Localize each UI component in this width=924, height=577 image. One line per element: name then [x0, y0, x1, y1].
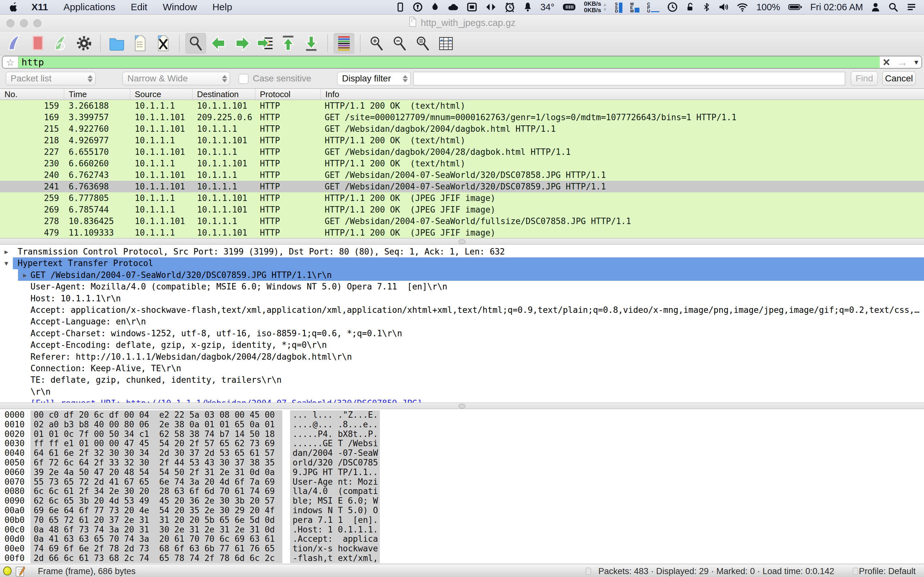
flame-icon[interactable]: [431, 2, 439, 13]
detail-line-user-agent[interactable]: User-Agent: Mozilla/4.0 (compatible; MSI…: [0, 281, 924, 292]
hex-row[interactable]: 00d00a 41 63 63 65 70 74 3a 20 61 70 70 …: [0, 534, 924, 544]
meter-icon[interactable]: [562, 2, 576, 13]
detail-line-full-request-uri[interactable]: [Full request URI: http://10.1.1.1/Websi…: [0, 398, 924, 403]
display-icon[interactable]: [395, 2, 405, 13]
detail-line-http-selected[interactable]: ▼Hypertext Transfer Protocol: [0, 258, 924, 269]
search-scope-dropdown[interactable]: Packet list: [6, 72, 95, 85]
menu-item-edit[interactable]: Edit: [123, 2, 155, 13]
detail-line-accept[interactable]: Accept: application/x-shockwave-flash,te…: [0, 304, 924, 316]
display-filter-input[interactable]: [18, 56, 880, 68]
column-header-info[interactable]: Info: [321, 89, 924, 100]
find-packet-button[interactable]: [186, 33, 206, 53]
column-header-time[interactable]: Time: [64, 89, 130, 100]
capture-stop-button[interactable]: [27, 33, 48, 53]
packet-row[interactable]: 47911.10933310.1.1.110.1.1.101HTTPHTTP/1…: [0, 227, 924, 239]
temperature-status[interactable]: 34°: [540, 2, 554, 13]
speaker-icon[interactable]: [718, 2, 729, 13]
wifi-icon[interactable]: [736, 2, 748, 13]
time-machine-icon[interactable]: [667, 2, 678, 13]
alarm-clock-icon[interactable]: [504, 2, 515, 13]
detail-line-connection[interactable]: Connection: Keep-Alive, TE\r\n: [0, 363, 924, 374]
column-header-destination[interactable]: Destination: [192, 89, 255, 100]
colorize-button[interactable]: [334, 33, 354, 53]
notification-center-icon[interactable]: [906, 2, 917, 13]
go-to-packet-button[interactable]: [255, 33, 275, 53]
zoom-window-button[interactable]: [33, 19, 41, 27]
packet-row[interactable]: 1693.39975710.1.1.101209.225.0.6HTTPGET …: [0, 111, 924, 123]
zoom-out-button[interactable]: [389, 33, 410, 53]
keyhole-icon[interactable]: [413, 2, 423, 13]
splitter-handle-icon[interactable]: [459, 404, 465, 408]
hex-row[interactable]: 001002 a0 b3 b8 40 00 80 06 2e 38 0a 01 …: [0, 420, 924, 430]
hex-row[interactable]: 007055 73 65 72 2d 41 67 65 6e 74 3a 20 …: [0, 477, 924, 487]
packet-row[interactable]: 27810.83642510.1.1.10110.1.1.1HTTPGET /W…: [0, 215, 924, 227]
mem-monitor[interactable]: M E M: [630, 1, 640, 13]
filter-dropdown-icon[interactable]: ▾: [914, 58, 918, 67]
network-speed-monitor[interactable]: 0KB/s 0KB/s ▲▼: [584, 1, 607, 13]
hex-row[interactable]: 000000 c0 df 20 6c df 00 04 e2 22 5a 03 …: [0, 410, 924, 420]
expert-info-icon[interactable]: [3, 566, 11, 575]
packet-row[interactable]: 2596.77780510.1.1.110.1.1.101HTTPHTTP/1.…: [0, 192, 924, 204]
column-header-protocol[interactable]: Protocol: [255, 89, 321, 100]
close-window-button[interactable]: [6, 19, 15, 27]
detail-line-te[interactable]: TE: deflate, gzip, chunked, identity, tr…: [0, 374, 924, 386]
column-header-source[interactable]: Source: [130, 89, 192, 100]
go-back-button[interactable]: [208, 33, 229, 53]
menu-bar-clock[interactable]: Fri 02:06 AM: [811, 2, 863, 13]
bell-icon[interactable]: [523, 2, 533, 13]
detail-line-request-selected[interactable]: ▶GET /Websidan/2004-07-SeaWorld/320/DSC0…: [0, 269, 924, 281]
ssd-monitor[interactable]: S S D: [615, 1, 622, 13]
hex-row[interactable]: 00e074 69 6f 6e 2f 78 2d 73 68 6f 63 6b …: [0, 544, 924, 554]
loop-icon[interactable]: [485, 2, 497, 13]
hex-row[interactable]: 00a069 6e 64 6f 77 73 20 4e 54 20 35 2e …: [0, 506, 924, 516]
capture-restart-button[interactable]: [51, 33, 71, 53]
hex-row[interactable]: 00806c 6c 61 2f 34 2e 30 20 28 63 6f 6d …: [0, 487, 924, 496]
detail-line-accept-encoding[interactable]: Accept-Encoding: deflate, gzip, x-gzip, …: [0, 339, 924, 351]
expander-expanded-icon[interactable]: ▼: [5, 258, 8, 269]
pane-splitter[interactable]: [0, 403, 924, 409]
detail-line-accept-language[interactable]: Accept-Language: en\r\n: [0, 316, 924, 327]
spotlight-search-icon[interactable]: [888, 2, 898, 13]
packet-row[interactable]: 2184.92697710.1.1.110.1.1.101HTTPHTTP/1.…: [0, 135, 924, 146]
filter-apply-icon[interactable]: →: [897, 56, 908, 68]
detail-line-host[interactable]: Host: 10.1.1.1\r\n: [0, 293, 924, 304]
lock-open-icon[interactable]: [686, 2, 695, 13]
packet-row[interactable]: 2406.76274310.1.1.10110.1.1.1HTTPGET /We…: [0, 169, 924, 181]
packet-row[interactable]: 2276.65517010.1.1.10110.1.1.1HTTPGET /We…: [0, 146, 924, 158]
menu-item-help[interactable]: Help: [205, 2, 240, 13]
splitter-handle-icon[interactable]: [459, 239, 465, 244]
menu-item-applications[interactable]: Applications: [56, 2, 123, 13]
cancel-button[interactable]: Cancel: [882, 71, 916, 85]
zoom-reset-button[interactable]: [413, 33, 433, 53]
bluetooth-icon[interactable]: [702, 2, 711, 13]
packet-row[interactable]: 2154.92276010.1.1.10110.1.1.1HTTPGET /We…: [0, 123, 924, 135]
close-file-button[interactable]: [153, 33, 173, 53]
find-query-input[interactable]: [413, 72, 845, 85]
packet-row[interactable]: 2696.78574410.1.1.110.1.1.101HTTPHTTP/1.…: [0, 204, 924, 215]
packet-row-selected[interactable]: 2416.76369810.1.1.10110.1.1.1HTTPGET /We…: [0, 181, 924, 192]
hex-row[interactable]: 0030ff ff e1 01 00 00 47 45 54 20 2f 57 …: [0, 439, 924, 448]
hex-row[interactable]: 00b070 65 72 61 20 37 2e 31 31 20 20 5b …: [0, 516, 924, 525]
go-last-button[interactable]: [301, 33, 321, 53]
capture-options-button[interactable]: [74, 33, 94, 53]
resize-columns-button[interactable]: [436, 33, 456, 53]
cloud-icon[interactable]: [447, 2, 459, 13]
go-first-button[interactable]: [278, 33, 298, 53]
menu-item-x11[interactable]: X11: [24, 2, 56, 13]
detail-line-crlf[interactable]: \r\n: [0, 386, 924, 398]
save-file-button[interactable]: [129, 33, 150, 53]
user-icon[interactable]: [871, 2, 880, 13]
find-button[interactable]: Find: [851, 71, 878, 85]
hex-row[interactable]: 00506f 72 6c 64 2f 33 32 30 2f 44 53 43 …: [0, 458, 924, 468]
apple-menu-icon[interactable]: [9, 2, 19, 13]
expander-collapsed-icon[interactable]: ▶: [5, 246, 8, 258]
open-file-button[interactable]: [107, 33, 127, 53]
char-width-dropdown[interactable]: Narrow & Wide: [123, 72, 230, 85]
hex-row[interactable]: 009062 6c 65 3b 20 4d 53 49 45 20 36 2e …: [0, 496, 924, 506]
column-header-no[interactable]: No.: [0, 89, 64, 100]
hex-row[interactable]: 006039 2e 4a 50 47 20 48 54 54 50 2f 31 …: [0, 468, 924, 477]
hex-row[interactable]: 00c00a 48 6f 73 74 3a 20 31 30 2e 31 2e …: [0, 525, 924, 535]
filter-type-dropdown[interactable]: Display filter: [337, 72, 411, 85]
detail-line-referer[interactable]: Referer: http://10.1.1.1/Websidan/dagbok…: [0, 351, 924, 363]
go-forward-button[interactable]: [232, 33, 252, 53]
